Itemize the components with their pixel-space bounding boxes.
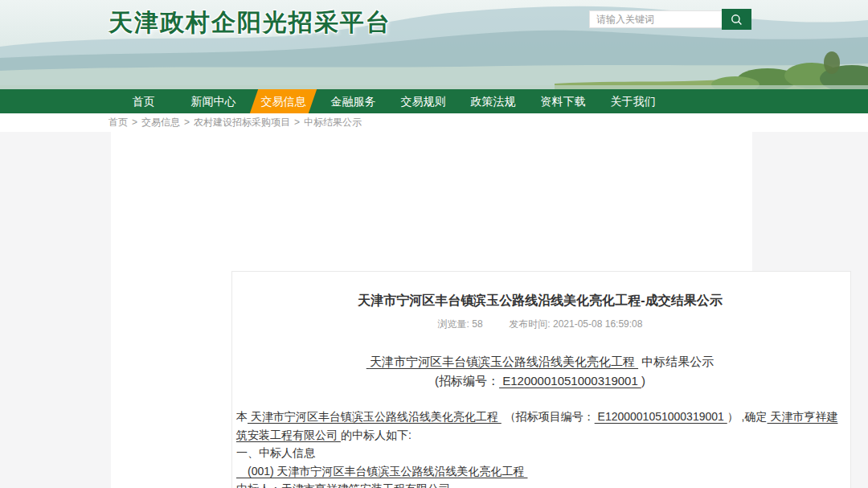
content-wrapper: 天津市宁河区丰台镇滨玉公路线沿线美化亮化工程-成交结果公示 浏览量: 58 发布… — [111, 132, 752, 488]
paragraph: 本 天津市宁河区丰台镇滨玉公路线沿线美化亮化工程 （招标项目编号： E12000… — [236, 408, 844, 444]
views-label: 浏览量: — [438, 318, 469, 330]
nav-item-downloads[interactable]: 资料下载 — [528, 89, 598, 113]
nav-item-trade-info[interactable]: 交易信息 — [248, 89, 318, 113]
nav-item-label: 金融服务 — [331, 95, 376, 108]
nav-item-label: 政策法规 — [471, 95, 516, 108]
breadcrumb-link: 中标结果公示 — [304, 117, 362, 128]
search-button[interactable] — [722, 9, 751, 30]
publish-time: 2021-05-08 16:59:08 — [553, 318, 642, 330]
text-segment: 一、中标人信息 — [236, 446, 315, 459]
article-meta: 浏览量: 58 发布时间: 2021-05-08 16:59:08 — [236, 318, 844, 331]
nav-item-label: 首页 — [133, 95, 155, 108]
underlined-text: 天津市宁河区丰台镇滨玉公路线沿线美化亮化工程 — [366, 355, 638, 368]
text-segment: ） ,确定 — [727, 410, 768, 423]
subtitle-line: 天津市宁河区丰台镇滨玉公路线沿线美化亮化工程 中标结果公示 — [236, 352, 844, 371]
text-segment: ) — [641, 374, 645, 388]
nav-item-finance[interactable]: 金融服务 — [318, 89, 388, 113]
hero-banner: 天津政村企阳光招采平台 — [0, 0, 868, 89]
underlined-text: 天津市宁河区丰台镇滨玉公路线沿线美化亮化工程 — [248, 410, 502, 423]
paragraph: 一、中标人信息 — [236, 444, 844, 462]
search-icon — [731, 14, 743, 26]
nav-item-about[interactable]: 关于我们 — [598, 89, 668, 113]
text-segment: 中标结果公示 — [638, 355, 714, 368]
breadcrumb-link[interactable]: 交易信息 — [141, 117, 180, 128]
breadcrumb-link[interactable]: 农村建设招标采购项目 — [194, 117, 290, 128]
nav-item-label: 交易信息 — [261, 95, 306, 108]
breadcrumb-separator: > — [184, 117, 190, 128]
article-subtitle: 天津市宁河区丰台镇滨玉公路线沿线美化亮化工程 中标结果公示(招标编号： E120… — [236, 352, 844, 391]
publish-label: 发布时间: — [509, 318, 550, 330]
underlined-text: (001) 天津市宁河区丰台镇滨玉公路线沿线美化亮化工程 — [236, 465, 527, 478]
subtitle-line: (招标编号： E1200001051000319001 ) — [236, 371, 844, 391]
text-segment: 本 — [236, 410, 248, 423]
search-bar — [589, 9, 751, 30]
breadcrumb: 首页>交易信息>农村建设招标采购项目>中标结果公示 — [0, 113, 868, 132]
nav-item-label: 交易规则 — [401, 95, 446, 108]
search-input[interactable] — [589, 10, 722, 28]
breadcrumb-link[interactable]: 首页 — [108, 117, 128, 128]
text-segment: (招标编号： — [435, 374, 499, 388]
nav-item-home[interactable]: 首页 — [108, 89, 178, 113]
underlined-text: E1200001051000319001 — [499, 374, 641, 388]
breadcrumb-separator: > — [132, 117, 137, 128]
nav-item-label: 关于我们 — [611, 95, 656, 108]
underlined-text: E1200001051000319001 — [595, 410, 727, 423]
nav-item-label: 资料下载 — [541, 95, 586, 108]
nav-item-label: 新闻中心 — [191, 95, 236, 108]
paragraph: 中标人：天津市亨祥建筑安装工程有限公司 — [236, 480, 844, 488]
page: 天津政村企阳光招采平台 首页新闻中心交易信息金融服务交易规则政策法规资料下载关于… — [0, 0, 868, 488]
breadcrumb-row: 首页>交易信息>农村建设招标采购项目>中标结果公示 — [0, 113, 868, 132]
text-segment: 的中标人如下: — [341, 429, 411, 441]
article-title: 天津市宁河区丰台镇滨玉公路线沿线美化亮化工程-成交结果公示 — [236, 293, 844, 310]
text-segment: （招标项目编号： — [502, 410, 595, 423]
nav-item-trade-rules[interactable]: 交易规则 — [388, 89, 458, 113]
nav-item-news[interactable]: 新闻中心 — [178, 89, 248, 113]
article-body: 本 天津市宁河区丰台镇滨玉公路线沿线美化亮化工程 （招标项目编号： E12000… — [236, 408, 844, 488]
breadcrumb-separator: > — [294, 117, 300, 128]
views-count: 58 — [472, 318, 482, 330]
main-navigation: 首页新闻中心交易信息金融服务交易规则政策法规资料下载关于我们 — [0, 89, 868, 113]
paragraph: (001) 天津市宁河区丰台镇滨玉公路线沿线美化亮化工程 — [236, 462, 844, 481]
site-title: 天津政村企阳光招采平台 — [108, 6, 391, 39]
text-segment: 中标人：天津市亨祥建筑安装工程有限公司 — [236, 482, 450, 488]
article-panel: 天津市宁河区丰台镇滨玉公路线沿线美化亮化工程-成交结果公示 浏览量: 58 发布… — [231, 271, 851, 488]
nav-item-policy[interactable]: 政策法规 — [458, 89, 528, 113]
